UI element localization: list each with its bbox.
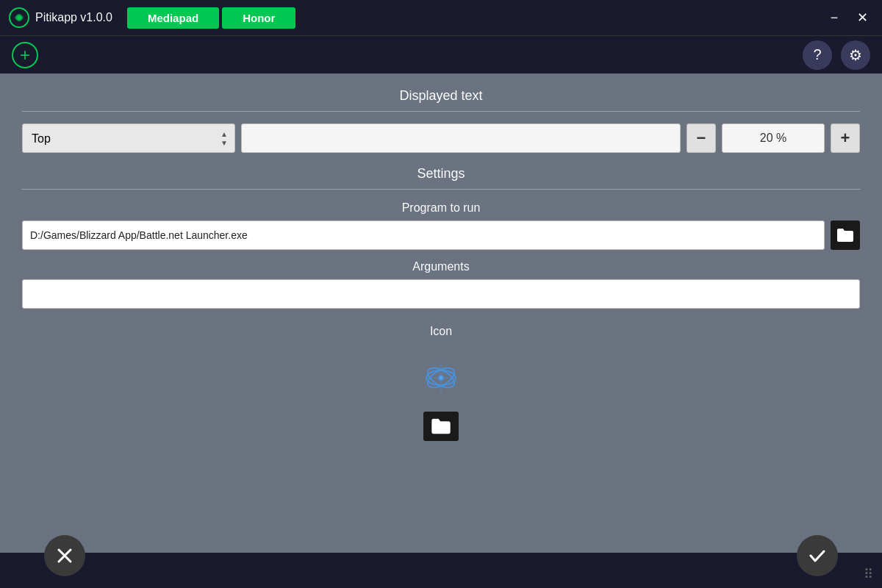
program-input[interactable] (22, 220, 825, 250)
divider-1 (22, 111, 860, 112)
decrease-button[interactable]: − (686, 123, 716, 153)
position-select-wrapper: Top Bottom Left Right ▲ ▼ (22, 123, 235, 153)
displayed-text-row: Top Bottom Left Right ▲ ▼ − 20 % + (22, 123, 860, 153)
program-label: Program to run (22, 201, 860, 215)
tab-group: Mediapad Honor (127, 7, 823, 29)
window-controls: − ✕ (823, 7, 873, 29)
toolbar-right: ? ⚙ (803, 40, 870, 70)
icon-folder-button[interactable] (423, 412, 459, 441)
displayed-text-title: Displayed text (22, 88, 860, 104)
app-icon-display (415, 351, 467, 404)
svg-point-1 (17, 15, 21, 20)
app-title: Pitikapp v1.0.0 (35, 11, 112, 24)
tab-mediapad[interactable]: Mediapad (127, 7, 219, 29)
arguments-input[interactable] (22, 279, 860, 309)
confirm-button[interactable] (797, 535, 838, 576)
position-select[interactable]: Top Bottom Left Right (22, 123, 235, 153)
arguments-label: Arguments (22, 260, 860, 273)
confirm-icon (807, 545, 828, 566)
minimize-button[interactable]: − (823, 7, 845, 29)
display-text-input[interactable] (241, 123, 681, 153)
settings-title: Settings (22, 166, 860, 182)
dots-indicator: ⠿ (864, 566, 873, 582)
cancel-button[interactable] (44, 535, 85, 576)
close-button[interactable]: ✕ (851, 7, 873, 29)
folder-icon (836, 228, 854, 243)
icon-label: Icon (430, 325, 452, 338)
main-content: Displayed text Top Bottom Left Right ▲ ▼… (0, 74, 882, 553)
icon-folder-icon (431, 418, 451, 434)
bottom-bar (0, 553, 882, 588)
help-button[interactable]: ? (803, 40, 832, 70)
toolbar: + ? ⚙ (0, 35, 882, 74)
settings-section: Settings Program to run Arguments Icon (22, 166, 860, 441)
blizzard-app-icon (419, 356, 463, 400)
increase-button[interactable]: + (831, 123, 860, 153)
tab-honor[interactable]: Honor (222, 7, 295, 29)
program-row (22, 220, 860, 250)
add-button[interactable]: + (12, 42, 38, 68)
percent-value: 20 % (722, 123, 825, 153)
titlebar: Pitikapp v1.0.0 Mediapad Honor − ✕ (0, 0, 882, 35)
app-logo-icon (9, 7, 29, 28)
divider-2 (22, 189, 860, 190)
settings-button[interactable]: ⚙ (841, 40, 870, 70)
icon-section: Icon (22, 325, 860, 441)
cancel-icon (54, 545, 75, 566)
program-folder-button[interactable] (831, 220, 860, 250)
